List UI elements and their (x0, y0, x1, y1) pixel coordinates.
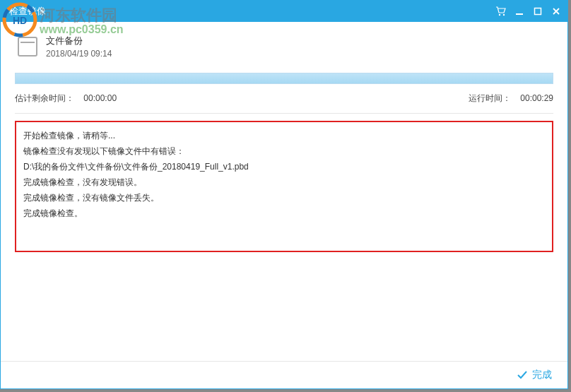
task-datetime: 2018/04/19 09:14 (46, 49, 112, 59)
done-button[interactable]: 完成 (517, 369, 552, 381)
elapsed-label: 运行时间： (469, 93, 511, 103)
titlebar-left: 检查镜像 (9, 5, 46, 18)
progress-fill (16, 73, 553, 83)
log-line: 完成镜像检查，没有镜像文件丢失。 (23, 190, 545, 206)
window-title: 检查镜像 (9, 5, 46, 18)
time-remaining: 估计剩余时间： 00:00:00 (15, 93, 117, 105)
titlebar-controls (495, 6, 562, 17)
task-info: 文件备份 2018/04/19 09:14 (46, 35, 112, 59)
task-header: 文件备份 2018/04/19 09:14 (1, 22, 567, 69)
log-line: 完成镜像检查。 (23, 206, 545, 221)
footer: 完成 (1, 361, 567, 388)
close-icon[interactable] (551, 6, 562, 17)
elapsed-value: 00:00:29 (520, 93, 553, 103)
progress-bar (15, 73, 553, 84)
remaining-value: 00:00:00 (83, 93, 117, 103)
check-icon (517, 369, 528, 381)
content-area: 估计剩余时间： 00:00:00 运行时间： 00:00:29 开始检查镜像，请… (1, 73, 567, 252)
log-line: D:\我的备份文件\文件备份\文件备份_20180419_Full_v1.pbd (23, 159, 545, 174)
time-row: 估计剩余时间： 00:00:00 运行时间： 00:00:29 (15, 91, 553, 114)
remaining-label: 估计剩余时间： (15, 93, 74, 103)
app-window: 检查镜像 HD 河东软件园 www.pc0359.cn 文 (0, 0, 568, 389)
minimize-icon[interactable] (514, 6, 525, 17)
done-label: 完成 (532, 369, 552, 381)
log-line: 开始检查镜像，请稍等... (23, 128, 545, 143)
svg-rect-3 (535, 8, 541, 15)
maximize-icon[interactable] (532, 6, 543, 17)
task-name: 文件备份 (46, 35, 112, 47)
calendar-icon (18, 37, 37, 57)
time-elapsed: 运行时间： 00:00:29 (469, 93, 553, 105)
cart-icon[interactable] (495, 6, 507, 17)
log-line: 镜像检查没有发现以下镜像文件中有错误： (23, 143, 545, 159)
log-output[interactable]: 开始检查镜像，请稍等... 镜像检查没有发现以下镜像文件中有错误： D:\我的备… (15, 121, 553, 252)
svg-point-1 (503, 14, 505, 16)
log-line: 完成镜像检查，没有发现错误。 (23, 174, 545, 190)
svg-point-0 (499, 14, 500, 16)
titlebar: 检查镜像 (1, 1, 567, 22)
